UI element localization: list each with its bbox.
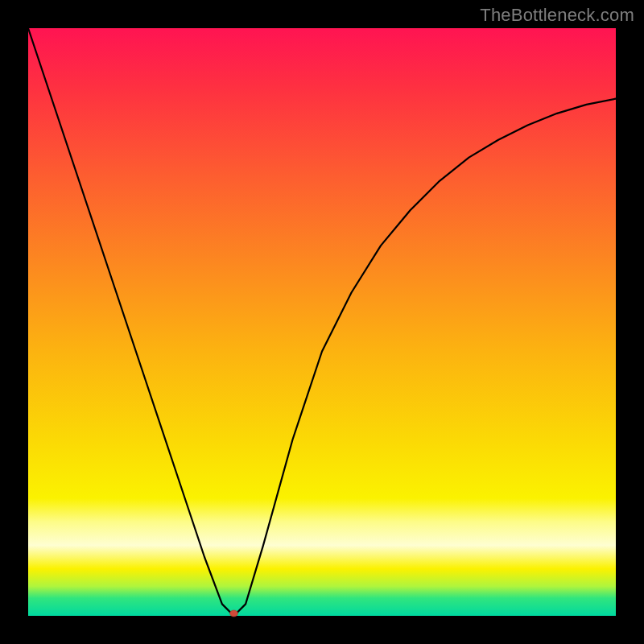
plot-area [28, 28, 616, 616]
chart-frame: TheBottleneck.com [0, 0, 644, 644]
watermark-text: TheBottleneck.com [480, 5, 634, 26]
bottleneck-curve [28, 28, 616, 616]
minimum-marker [230, 610, 238, 617]
